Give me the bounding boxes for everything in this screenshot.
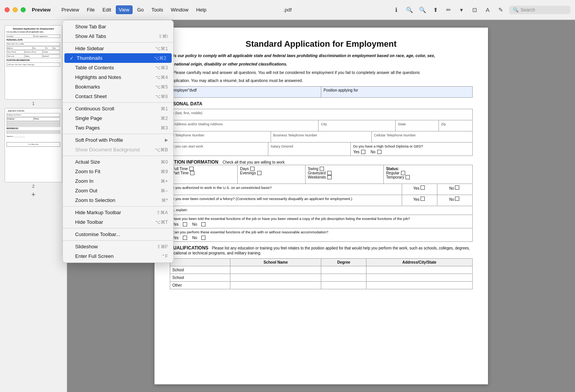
- sidebar: Standard Application for Employment It i…: [0, 20, 67, 392]
- qual-school-label-1: School: [170, 266, 230, 274]
- crop-icon[interactable]: ⊡: [470, 5, 479, 15]
- qual-other-address: [366, 282, 472, 289]
- file-name: .pdf: [283, 7, 292, 13]
- thumb-image-2: ...application continued Employment Hist…: [5, 108, 62, 182]
- menu-item-single-page[interactable]: Single Page ⌘2: [63, 113, 173, 123]
- auth-no-cell: No: [437, 184, 472, 195]
- pdf-title: Standard Application for Employment: [170, 39, 473, 49]
- fullscreen-button[interactable]: [21, 7, 26, 12]
- diploma-cell: Do you have a High School Diploma or GED…: [351, 143, 472, 156]
- qual-degree-1: [321, 266, 366, 274]
- menu-item-actual-size[interactable]: Actual Size ⌘0: [63, 157, 173, 167]
- search-icon: 🔍: [513, 7, 519, 13]
- menu-item-zoom-in[interactable]: Zoom In ⌘+: [63, 176, 173, 186]
- menu-item-two-pages[interactable]: Two Pages ⌘3: [63, 123, 173, 133]
- close-button[interactable]: [5, 7, 10, 12]
- sidebar-thumb-2[interactable]: ...application continued Employment Hist…: [5, 108, 62, 189]
- menu-divider-7: [63, 240, 173, 241]
- zoom-in-icon[interactable]: 🔍: [418, 5, 427, 15]
- text-icon[interactable]: A: [483, 5, 492, 15]
- personal-data-header: RSONAL DATA: [170, 101, 473, 107]
- annotate-icon[interactable]: ✎: [496, 5, 505, 15]
- menu-item-contact-sheet[interactable]: Contact Sheet ⌥⌘6: [63, 92, 173, 101]
- main-area: Standard Application for Employment It i…: [0, 20, 575, 392]
- qual-address-1: [366, 266, 472, 274]
- felony-row: e you ever been convicted of a felony? (…: [170, 195, 473, 206]
- menu-item-enter-full-screen[interactable]: Enter Full Screen ⌃F: [63, 251, 173, 261]
- menu-bar: Preview File Edit View Go Tools Window H…: [58, 5, 209, 14]
- menu-item-customise-toolbar[interactable]: Customise Toolbar...: [63, 230, 173, 239]
- markup-icon[interactable]: ✏: [444, 5, 453, 15]
- state-cell: State: [396, 120, 439, 131]
- name-row: e (last, first, middle): [170, 109, 473, 120]
- qual-other-name: [230, 282, 321, 289]
- pdf-policy-3: Please carefully read and answer all que…: [170, 70, 473, 76]
- share-icon[interactable]: ⬆: [431, 5, 440, 15]
- essential-q1-cell: Have you been told the essential functio…: [170, 215, 472, 228]
- menu-item-show-tab-bar[interactable]: Show Tab Bar: [63, 22, 173, 31]
- essential-q1-row: Have you been told the essential functio…: [170, 215, 473, 228]
- pdf-policy-4: application. You may attach a résumé, bu…: [170, 78, 473, 84]
- qual-school-name-2: [230, 274, 321, 282]
- thumb-image-1: Standard Application for Employment It i…: [5, 25, 62, 100]
- zoom-out-icon[interactable]: 🔍: [405, 5, 414, 15]
- home-phone-cell: e Telephone Number: [170, 131, 271, 142]
- menu-item-show-all-tabs[interactable]: Show All Tabs ⇧⌘\: [63, 31, 173, 41]
- markup-dropdown-icon[interactable]: ▾: [457, 5, 466, 15]
- menu-divider-5: [63, 206, 173, 207]
- qualifications-table: School Name Degree Address/City/State Sc…: [170, 258, 473, 289]
- menu-view[interactable]: View: [116, 5, 133, 14]
- authorization-row: e you authorized to work in the U.S. on …: [170, 184, 473, 195]
- menu-item-highlights-notes[interactable]: Highlights and Notes ⌥⌘4: [63, 72, 173, 82]
- availability-row: e you can start work Salary Desired Do y…: [170, 142, 473, 156]
- menu-window[interactable]: Window: [168, 5, 191, 14]
- add-page-icon[interactable]: +: [31, 191, 36, 198]
- info-icon[interactable]: ℹ: [392, 5, 401, 15]
- full-part-time-cell: Full Time Part Time: [170, 165, 238, 184]
- salary-cell: Salary Desired: [268, 143, 351, 156]
- menu-item-hide-markup-toolbar[interactable]: Hide Markup Toolbar ⇧⌘A: [63, 208, 173, 217]
- qual-header-degree: Degree: [321, 259, 366, 266]
- menu-item-zoom-out[interactable]: Zoom Out ⌘−: [63, 186, 173, 195]
- sidebar-thumb-1[interactable]: Standard Application for Employment It i…: [5, 25, 62, 106]
- menu-preview[interactable]: Preview: [58, 5, 82, 14]
- menu-item-slideshow[interactable]: Slideshow ⇧⌘F: [63, 242, 173, 251]
- zip-cell: Zip: [439, 120, 472, 131]
- search-bar[interactable]: 🔍 Search: [509, 6, 570, 14]
- minimize-button[interactable]: [13, 7, 18, 12]
- qual-row-1: School: [170, 266, 472, 274]
- pdf-page: Standard Application for Employment It i…: [154, 28, 488, 384]
- menu-help[interactable]: Help: [193, 5, 210, 14]
- menu-item-zoom-to-fit[interactable]: Zoom to Fit ⌘9: [63, 167, 173, 176]
- submenu-arrow: ▶: [165, 138, 168, 143]
- menu-item-bookmarks[interactable]: Bookmarks ⌥⌘5: [63, 82, 173, 92]
- menu-item-hide-sidebar[interactable]: Hide Sidebar ⌥⌘1: [63, 44, 173, 53]
- address-cell: t Address and/or Mailing Address: [170, 120, 319, 131]
- thumb-label-1: 1: [5, 101, 62, 106]
- menu-item-continuous-scroll[interactable]: ✓ Continuous Scroll ⌘1: [63, 104, 173, 113]
- menu-item-table-of-contents[interactable]: Table of Contents ⌥⌘3: [63, 63, 173, 72]
- menu-edit[interactable]: Edit: [99, 5, 114, 14]
- auth-yes-cell: Yes: [402, 184, 437, 195]
- explain-cell: s, explain:: [170, 206, 472, 215]
- start-work-cell: e you can start work: [170, 143, 268, 156]
- qual-other-label: Other: [170, 282, 230, 289]
- swing-graveyard-cell: Swing Graveyard Weekends: [306, 165, 384, 184]
- qual-row-3: Other: [170, 282, 472, 289]
- menu-file[interactable]: File: [84, 5, 98, 14]
- qual-header-blank: [170, 259, 230, 266]
- phone-row: e Telephone Number Business Telephone Nu…: [170, 131, 473, 143]
- menu-tools[interactable]: Tools: [148, 5, 166, 14]
- explain-row: s, explain:: [170, 206, 473, 215]
- menu-item-thumbnails[interactable]: ✓ Thumbnails ⌥⌘2: [64, 53, 172, 63]
- cellular-cell: Cellular Telephone Number: [372, 131, 472, 142]
- qual-row-2: School: [170, 274, 472, 282]
- titlebar: Preview Preview File Edit View Go Tools …: [0, 0, 575, 20]
- qual-address-2: [366, 274, 472, 282]
- menu-item-zoom-to-selection[interactable]: Zoom to Selection ⌘*: [63, 195, 173, 205]
- felony-no-cell: No: [437, 195, 472, 206]
- menu-go[interactable]: Go: [134, 5, 147, 14]
- menu-item-soft-proof[interactable]: Soft Proof with Profile ▶: [63, 135, 173, 145]
- menu-item-hide-toolbar[interactable]: Hide Toolbar ⌥⌘T: [63, 217, 173, 227]
- traffic-lights: [5, 7, 26, 12]
